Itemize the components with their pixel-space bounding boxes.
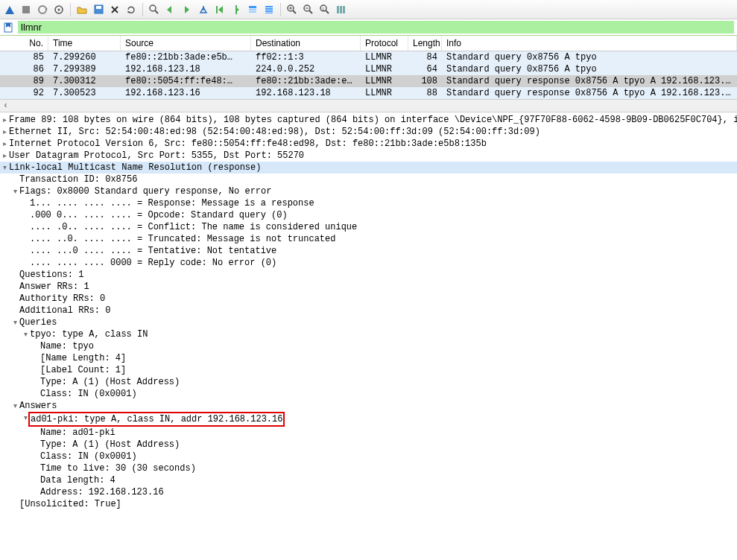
packet-cell: 192.168.123.16: [121, 87, 251, 99]
col-info[interactable]: Info: [442, 36, 737, 51]
save-icon[interactable]: [92, 3, 105, 16]
flag-replycode[interactable]: .... .... .... 0000 = Reply code: No err…: [30, 257, 276, 269]
query-class[interactable]: Class: IN (0x0001): [40, 388, 137, 400]
hscroll-left-icon[interactable]: ‹: [3, 101, 8, 111]
svg-rect-1: [22, 6, 30, 13]
display-filter-input[interactable]: [18, 21, 734, 34]
answer-rrs[interactable]: Answer RRs: 1: [19, 281, 89, 293]
shark-fin-icon[interactable]: [3, 3, 16, 16]
answer-item-highlighted[interactable]: ad01-pki: type A, class IN, addr 192.168…: [28, 412, 285, 427]
toolbar-separator: [142, 3, 143, 16]
frame-summary[interactable]: Frame 89: 108 bytes on wire (864 bits), …: [9, 114, 737, 126]
zoom-out-icon[interactable]: [302, 3, 315, 16]
flag-opcode[interactable]: .000 0... .... .... = Opcode: Standard q…: [30, 209, 288, 221]
additional-rrs[interactable]: Additional RRs: 0: [19, 305, 110, 316]
col-source[interactable]: Source: [121, 36, 251, 51]
display-filter-bar: [0, 19, 737, 36]
llmnr-summary[interactable]: Link-local Multicast Name Resolution (re…: [9, 162, 733, 174]
packet-cell: 86: [0, 63, 48, 75]
collapse-toggle[interactable]: ▾: [21, 328, 30, 340]
expand-toggle[interactable]: ▸: [0, 126, 9, 138]
collapse-toggle[interactable]: ▾: [0, 162, 9, 174]
answers-section[interactable]: Answers: [19, 400, 57, 412]
col-length[interactable]: Length: [408, 36, 442, 51]
collapse-toggle[interactable]: ▾: [10, 400, 19, 412]
collapse-toggle[interactable]: ▾: [10, 185, 19, 197]
packet-cell: fe80::21bb:3ade:e5b…: [121, 51, 251, 63]
expand-toggle[interactable]: ▸: [0, 150, 9, 162]
auto-scroll-icon[interactable]: [246, 3, 259, 16]
packet-cell: 7.299389: [48, 63, 121, 75]
hscroll-bar[interactable]: ‹: [0, 99, 737, 112]
packet-list-pane: No. Time Source Destination Protocol Len…: [0, 36, 737, 112]
col-time[interactable]: Time: [48, 36, 121, 51]
svg-rect-42: [343, 6, 345, 13]
reload-icon[interactable]: [124, 3, 138, 16]
flag-tentative[interactable]: .... ...0 .... .... = Tentative: Not ten…: [30, 245, 276, 257]
query-name[interactable]: Name: tpyo: [40, 340, 94, 352]
answer-type[interactable]: Type: A (1) (Host Address): [40, 439, 180, 451]
options-icon[interactable]: [52, 3, 66, 16]
packet-cell: 7.299260: [48, 51, 121, 63]
unsolicited-flag[interactable]: [Unsolicited: True]: [19, 498, 121, 510]
packet-cell: 92: [0, 87, 48, 99]
svg-rect-7: [96, 6, 101, 9]
go-back-icon[interactable]: [164, 3, 177, 16]
query-namelen[interactable]: [Name Length: 4]: [40, 352, 126, 364]
col-no[interactable]: No.: [0, 36, 48, 51]
filter-bookmark-icon[interactable]: [3, 22, 15, 33]
packet-cell: Standard query 0x8756 A tpyo: [442, 63, 737, 75]
svg-line-39: [326, 10, 329, 13]
collapse-toggle[interactable]: ▾: [10, 316, 19, 328]
expand-toggle[interactable]: ▸: [0, 138, 9, 150]
answer-name[interactable]: Name: ad01-pki: [40, 427, 116, 439]
flags-summary[interactable]: Flags: 0x8000 Standard query response, N…: [19, 185, 271, 197]
packet-row[interactable]: 867.299389192.168.123.18224.0.0.252LLMNR…: [0, 63, 737, 75]
col-protocol[interactable]: Protocol: [361, 36, 408, 51]
resize-columns-icon[interactable]: [335, 3, 348, 16]
goto-last-icon[interactable]: [230, 3, 243, 16]
packet-cell: LLMNR: [361, 51, 408, 63]
stop-icon[interactable]: [19, 3, 33, 16]
colorize-icon[interactable]: [262, 3, 276, 16]
packet-list-header[interactable]: No. Time Source Destination Protocol Len…: [0, 36, 737, 51]
queries-section[interactable]: Queries: [19, 316, 57, 328]
zoom-reset-icon[interactable]: 1: [318, 3, 332, 16]
restart-icon[interactable]: [36, 3, 49, 16]
packet-row[interactable]: 927.300523192.168.123.16192.168.123.18LL…: [0, 87, 737, 99]
svg-rect-40: [337, 6, 339, 13]
go-forward-icon[interactable]: [180, 3, 194, 16]
answer-address[interactable]: Address: 192.168.123.16: [40, 486, 164, 498]
ethernet-summary[interactable]: Ethernet II, Src: 52:54:00:48:ed:98 (52:…: [9, 126, 540, 138]
goto-first-icon[interactable]: [213, 3, 227, 16]
udp-summary[interactable]: User Datagram Protocol, Src Port: 5355, …: [9, 150, 304, 162]
packet-details-pane[interactable]: ▸Frame 89: 108 bytes on wire (864 bits),…: [0, 112, 737, 560]
expand-toggle[interactable]: ▸: [0, 114, 9, 126]
goto-icon[interactable]: [197, 3, 210, 16]
find-icon[interactable]: [148, 3, 161, 16]
svg-rect-27: [265, 8, 273, 10]
flag-truncated[interactable]: .... ..0. .... .... = Truncated: Message…: [30, 233, 335, 245]
packet-row[interactable]: 857.299260fe80::21bb:3ade:e5b…ff02::1:3L…: [0, 51, 737, 63]
flag-response[interactable]: 1... .... .... .... = Response: Message …: [30, 197, 314, 209]
packet-cell: fe80::5054:ff:fe48:…: [121, 75, 251, 87]
authority-rrs[interactable]: Authority RRs: 0: [19, 293, 105, 305]
packet-cell: 108: [408, 75, 442, 87]
query-type[interactable]: Type: A (1) (Host Address): [40, 376, 180, 388]
col-destination[interactable]: Destination: [251, 36, 361, 51]
transaction-id[interactable]: Transaction ID: 0x8756: [19, 174, 137, 185]
questions-count[interactable]: Questions: 1: [19, 269, 83, 281]
close-icon[interactable]: [108, 3, 121, 16]
answer-datalen[interactable]: Data length: 4: [40, 474, 116, 486]
open-icon[interactable]: [75, 3, 89, 16]
query-labelcount[interactable]: [Label Count: 1]: [40, 364, 126, 376]
packet-row[interactable]: 897.300312fe80::5054:ff:fe48:…fe80::21bb…: [0, 75, 737, 87]
zoom-in-icon[interactable]: [285, 3, 299, 16]
packet-cell: LLMNR: [361, 63, 408, 75]
svg-rect-28: [265, 10, 273, 12]
answer-class[interactable]: Class: IN (0x0001): [40, 451, 137, 462]
answer-ttl[interactable]: Time to live: 30 (30 seconds): [40, 462, 196, 474]
ipv6-summary[interactable]: Internet Protocol Version 6, Src: fe80::…: [9, 138, 487, 150]
flag-conflict[interactable]: .... .0.. .... .... = Conflict: The name…: [30, 221, 357, 233]
query-item[interactable]: tpyo: type A, class IN: [30, 328, 148, 340]
